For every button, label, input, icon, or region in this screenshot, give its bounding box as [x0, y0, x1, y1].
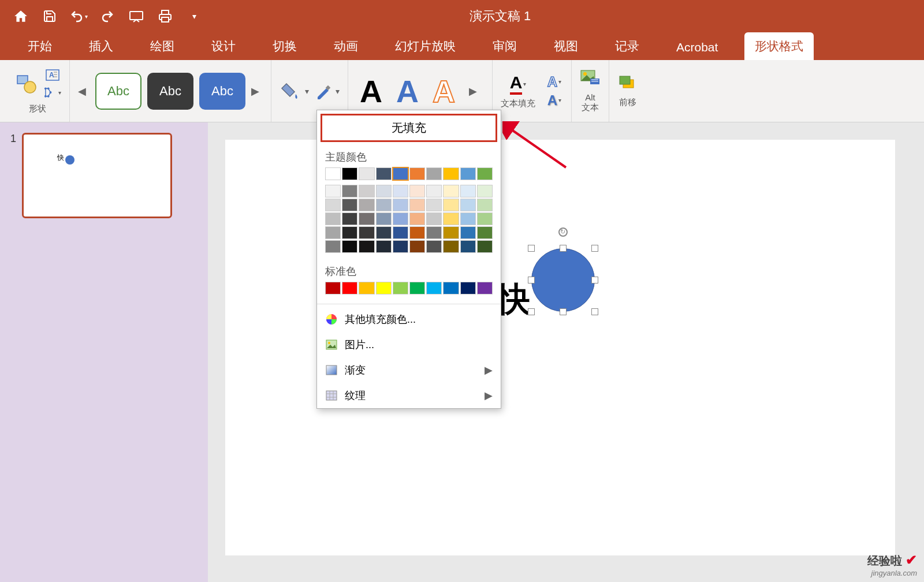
theme-tint-swatch[interactable] [393, 212, 408, 225]
wordart-style-3[interactable]: A [433, 73, 455, 109]
theme-tint-swatch[interactable] [359, 240, 374, 253]
tab-draw[interactable]: 绘图 [140, 32, 185, 60]
text-outline-button[interactable]: A▾ [546, 74, 563, 89]
shape-style-1[interactable]: Abc [95, 73, 141, 110]
more-fill-colors-option[interactable]: 其他填充颜色... [317, 307, 501, 332]
tab-acrobat[interactable]: Acrobat [666, 35, 728, 60]
text-box-icon[interactable]: A [44, 68, 61, 83]
theme-tint-swatch[interactable] [426, 240, 442, 253]
standard-color-swatch[interactable] [325, 282, 341, 294]
tab-review[interactable]: 审阅 [482, 32, 527, 60]
theme-color-swatch[interactable] [393, 167, 408, 180]
theme-tint-swatch[interactable] [409, 212, 425, 225]
theme-tint-swatch[interactable] [342, 226, 357, 239]
tab-view[interactable]: 视图 [543, 32, 588, 60]
standard-color-swatch[interactable] [342, 282, 357, 294]
theme-tint-swatch[interactable] [376, 212, 392, 225]
standard-color-swatch[interactable] [426, 282, 442, 294]
theme-tint-swatch[interactable] [477, 212, 493, 225]
theme-tint-swatch[interactable] [359, 212, 374, 225]
theme-tint-swatch[interactable] [325, 199, 341, 211]
theme-tint-swatch[interactable] [477, 199, 493, 211]
tab-animation[interactable]: 动画 [323, 32, 368, 60]
alt-text-button[interactable] [580, 69, 601, 89]
theme-tint-swatch[interactable] [426, 185, 442, 197]
save-icon[interactable] [40, 7, 59, 25]
undo-icon[interactable]: ▾ [69, 7, 88, 25]
theme-tint-swatch[interactable] [393, 199, 408, 211]
theme-tint-swatch[interactable] [376, 199, 392, 211]
theme-color-swatch[interactable] [443, 167, 459, 180]
theme-tint-swatch[interactable] [426, 226, 442, 239]
oval-shape[interactable] [531, 248, 595, 312]
theme-tint-swatch[interactable] [460, 185, 476, 197]
tab-slideshow[interactable]: 幻灯片放映 [385, 32, 466, 60]
selected-shape[interactable] [531, 248, 595, 312]
resize-handle-n[interactable] [560, 245, 567, 252]
theme-color-swatch[interactable] [325, 167, 341, 180]
theme-tint-swatch[interactable] [342, 185, 357, 197]
presenter-icon[interactable] [127, 7, 146, 25]
tab-home[interactable]: 开始 [17, 32, 62, 60]
theme-color-swatch[interactable] [359, 167, 374, 180]
gallery-prev-icon[interactable]: ◀ [78, 85, 90, 98]
wordart-style-2[interactable]: A [396, 73, 419, 109]
theme-tint-swatch[interactable] [342, 212, 357, 225]
resize-handle-ne[interactable] [591, 245, 598, 252]
redo-icon[interactable] [98, 7, 117, 25]
text-fill-button[interactable]: A▾ [510, 73, 527, 95]
slide-thumbnail-1[interactable]: 快 [22, 133, 172, 218]
gallery-next-icon[interactable]: ▶ [251, 85, 263, 98]
theme-color-swatch[interactable] [477, 167, 493, 180]
shape-style-3[interactable]: Abc [199, 73, 245, 110]
theme-tint-swatch[interactable] [443, 199, 459, 211]
theme-tint-swatch[interactable] [443, 212, 459, 225]
theme-tint-swatch[interactable] [409, 240, 425, 253]
no-fill-option[interactable]: 无填充 [321, 114, 497, 142]
wordart-style-1[interactable]: A [360, 73, 382, 109]
print-icon[interactable] [156, 7, 174, 25]
theme-tint-swatch[interactable] [477, 240, 493, 253]
tab-insert[interactable]: 插入 [79, 32, 124, 60]
standard-color-swatch[interactable] [393, 282, 408, 294]
gradient-fill-option[interactable]: 渐变 ▶ [317, 357, 501, 383]
theme-tint-swatch[interactable] [443, 185, 459, 197]
standard-color-swatch[interactable] [409, 282, 425, 294]
theme-color-swatch[interactable] [342, 167, 357, 180]
rotate-handle[interactable] [558, 227, 568, 237]
resize-handle-e[interactable] [591, 277, 598, 283]
theme-tint-swatch[interactable] [443, 240, 459, 253]
theme-tint-swatch[interactable] [359, 199, 374, 211]
edit-shape-icon[interactable]: ▾ [44, 85, 61, 100]
theme-tint-swatch[interactable] [359, 185, 374, 197]
theme-tint-swatch[interactable] [393, 226, 408, 239]
theme-tint-swatch[interactable] [325, 240, 341, 253]
shape-fill-button[interactable]: ▾ [280, 80, 309, 102]
bring-forward-button[interactable] [617, 74, 638, 94]
tab-transition[interactable]: 切换 [262, 32, 307, 60]
wordart-next-icon[interactable]: ▶ [469, 85, 480, 98]
theme-tint-swatch[interactable] [460, 212, 476, 225]
theme-tint-swatch[interactable] [342, 240, 357, 253]
theme-tint-swatch[interactable] [393, 185, 408, 197]
resize-handle-nw[interactable] [528, 245, 535, 252]
tab-shape-format[interactable]: 形状格式 [744, 32, 814, 60]
standard-color-swatch[interactable] [477, 282, 493, 294]
theme-color-swatch[interactable] [460, 167, 476, 180]
tab-record[interactable]: 记录 [605, 32, 650, 60]
theme-tint-swatch[interactable] [460, 240, 476, 253]
resize-handle-se[interactable] [591, 308, 598, 315]
shape-style-2[interactable]: Abc [147, 73, 193, 110]
texture-fill-option[interactable]: 纹理 ▶ [317, 383, 501, 408]
home-icon[interactable] [12, 7, 30, 25]
qat-customize-icon[interactable]: ▾ [185, 7, 203, 25]
picture-fill-option[interactable]: 图片... [317, 332, 501, 357]
resize-handle-w[interactable] [528, 277, 535, 283]
theme-tint-swatch[interactable] [325, 226, 341, 239]
theme-tint-swatch[interactable] [325, 185, 341, 197]
theme-tint-swatch[interactable] [477, 185, 493, 197]
resize-handle-s[interactable] [560, 308, 567, 315]
theme-tint-swatch[interactable] [477, 226, 493, 239]
theme-tint-swatch[interactable] [409, 226, 425, 239]
insert-shapes-icon[interactable] [14, 73, 39, 95]
